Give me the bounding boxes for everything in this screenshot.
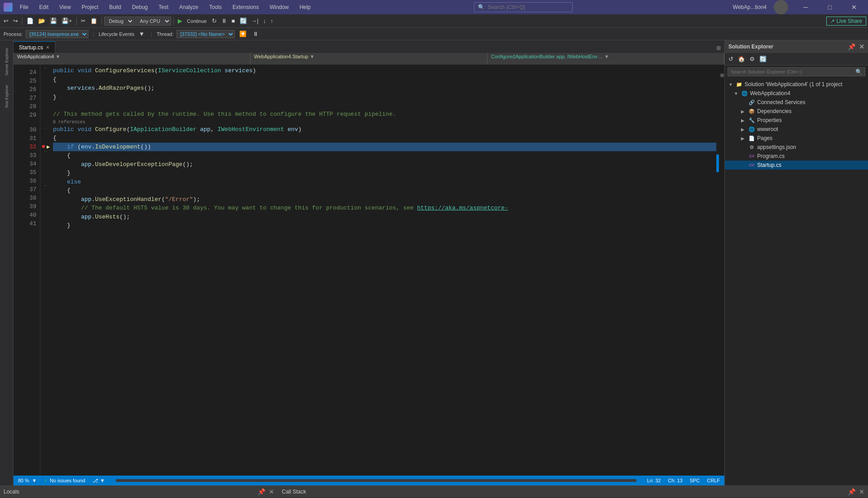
cs-close-button[interactable]: ✕ <box>859 488 864 495</box>
class-dropdown[interactable]: WebApplication4.Startup ▼ <box>250 53 487 65</box>
se-home-button[interactable]: 🏠 <box>736 55 747 63</box>
locals-panel: Locals 📌 ✕ 🔍 ▼ ← → Search Depth: 3 🔽 A N… <box>0 486 278 498</box>
se-properties[interactable]: ▶ 🔧 Properties <box>725 116 868 125</box>
git-status[interactable]: ⎇ ▼ <box>92 478 105 484</box>
title-bar: File Edit View Project Build Debug Test … <box>0 0 868 14</box>
new-file-button[interactable]: 📄 <box>25 17 35 25</box>
menu-test[interactable]: Test <box>155 2 172 12</box>
search-input[interactable] <box>487 4 559 10</box>
menu-extensions[interactable]: Extensions <box>229 2 263 12</box>
namespace-dropdown[interactable]: WebApplication4 ▼ <box>13 53 250 65</box>
locals-close-button[interactable]: ✕ <box>269 488 274 495</box>
step-over-button[interactable]: →| <box>250 17 260 25</box>
menu-edit[interactable]: Edit <box>35 2 52 12</box>
debug-sep-1: | <box>93 31 94 37</box>
editor-vscrollbar[interactable] <box>720 65 724 476</box>
menu-window[interactable]: Window <box>266 2 293 12</box>
se-close-button[interactable]: ✕ <box>859 43 864 50</box>
save-all-button[interactable]: 💾+ <box>60 17 74 25</box>
global-search[interactable]: 🔍 <box>474 2 573 12</box>
cs-header-buttons: 📌 ✕ <box>848 488 864 495</box>
pages-icon: 📄 <box>748 135 755 142</box>
se-search-input[interactable] <box>731 69 855 74</box>
restart-button[interactable]: 🔄 <box>238 17 249 25</box>
collapse-30[interactable]: − <box>44 126 47 131</box>
se-startup[interactable]: C# Startup.cs <box>725 161 868 170</box>
pause-button[interactable]: ⏸ <box>219 17 229 25</box>
zoom-value: 80 % <box>18 478 29 483</box>
cut-button[interactable]: ✂ <box>79 17 88 25</box>
collapse-32[interactable]: − <box>44 149 47 154</box>
thread-dropdown[interactable]: [37332] <No Name> <box>176 30 235 38</box>
vscroll-thumb[interactable] <box>720 74 724 77</box>
scrollbar-indicator[interactable] <box>116 479 636 482</box>
se-props-button[interactable]: ⚙ <box>748 55 757 63</box>
method-dropdown[interactable]: Configure(IApplicationBuilder app, IWebH… <box>487 53 724 65</box>
menu-project[interactable]: Project <box>78 2 102 12</box>
editor-tab-startup[interactable]: Startup.cs ✕ <box>13 41 55 53</box>
se-program[interactable]: C# Program.cs <box>725 152 868 161</box>
user-avatar[interactable] <box>774 0 788 14</box>
line-numbers: 24 25 26 27 28 29 30 31 32 33 34 35 36 3… <box>13 65 40 476</box>
break-all-icon[interactable]: ⏸ <box>251 30 260 38</box>
code-collapse-button[interactable]: ⊞ <box>713 43 724 53</box>
se-sync-button[interactable]: ↺ <box>727 55 735 63</box>
menu-view[interactable]: View <box>56 2 75 12</box>
step-out-button[interactable]: ↑ <box>268 17 275 25</box>
undo-button[interactable]: ↩ <box>2 17 10 25</box>
se-connected-services[interactable]: 🔗 Connected Services <box>725 98 868 107</box>
collapse-24[interactable]: − <box>44 66 47 71</box>
platform-dropdown[interactable]: Any CPU <box>135 17 171 26</box>
cs-header: Call Stack 📌 ✕ <box>278 486 868 498</box>
maximize-button[interactable]: □ <box>820 0 840 14</box>
save-button[interactable]: 💾 <box>48 17 59 25</box>
debug-mode-dropdown[interactable]: Debug <box>104 17 134 26</box>
copy-button[interactable]: 📋 <box>88 17 99 25</box>
se-solution-node[interactable]: ▼ 📁 Solution 'WebApplication4' (1 of 1 p… <box>725 80 868 89</box>
locals-header: Locals 📌 ✕ <box>0 486 278 498</box>
collapse-36[interactable]: − <box>44 183 47 188</box>
cs-pin-button[interactable]: 📌 <box>848 488 855 495</box>
code-editor[interactable]: 24 25 26 27 28 29 30 31 32 33 34 35 36 3… <box>13 65 724 476</box>
tab-close-button[interactable]: ✕ <box>46 45 49 50</box>
open-button[interactable]: 📂 <box>36 17 47 25</box>
se-project-node[interactable]: ▼ 🌐 WebApplication4 <box>725 89 868 98</box>
step-into-button[interactable]: ↓ <box>261 17 268 25</box>
continue-label[interactable]: Continue <box>185 17 209 25</box>
se-pages[interactable]: ▶ 📄 Pages <box>725 134 868 143</box>
se-dependencies[interactable]: ▶ 📦 Dependencies <box>725 107 868 116</box>
stop-button[interactable]: ■ <box>230 17 237 25</box>
lifecycle-dropdown-icon[interactable]: ▼ <box>137 30 146 38</box>
menu-file[interactable]: File <box>16 2 32 12</box>
window-title: WebAp...tion4 <box>733 4 767 10</box>
process-dropdown[interactable]: [35124] iisexpress.exe <box>26 30 88 38</box>
locals-pin-button[interactable]: 📌 <box>258 488 265 495</box>
menu-analyze[interactable]: Analyze <box>175 2 202 12</box>
git-icon: ⎇ <box>92 478 98 484</box>
tab-label: Startup.cs <box>19 44 43 51</box>
filter-icon[interactable]: 🔽 <box>237 30 248 38</box>
se-wwwroot[interactable]: ▶ 🌐 wwwroot <box>725 125 868 134</box>
menu-tools[interactable]: Tools <box>206 2 225 12</box>
zoom-selector[interactable]: 80 % ▼ <box>18 478 37 483</box>
close-button[interactable]: ✕ <box>844 0 864 14</box>
sidebar-item-test-explorer[interactable]: Test Explorer <box>3 81 11 112</box>
current-line-arrow: ▶ <box>47 143 50 151</box>
continue-button[interactable]: ▶ <box>176 17 184 25</box>
editor-statusbar: 80 % ▼ ✓ No issues found ⎇ ▼ Ln: 32 Ch: … <box>13 476 724 485</box>
minimize-button[interactable]: ─ <box>795 0 816 14</box>
se-pin-button[interactable]: 📌 <box>848 43 855 50</box>
www-icon: 🌐 <box>748 126 755 133</box>
live-share-button[interactable]: ↗ Live Share <box>826 17 866 26</box>
se-appsettings[interactable]: ⚙ appsettings.json <box>725 143 868 152</box>
menu-help[interactable]: Help <box>296 2 314 12</box>
menu-debug[interactable]: Debug <box>128 2 151 12</box>
se-search-icon[interactable]: 🔍 <box>855 69 862 75</box>
redo-button[interactable]: ↪ <box>11 17 20 25</box>
code-content[interactable]: public void ConfigureServices(IServiceCo… <box>49 65 720 476</box>
menu-build[interactable]: Build <box>105 2 125 12</box>
sidebar-item-server-explorer[interactable]: Server Explorer <box>3 44 11 79</box>
code-line-26: services.AddRazorPages(); <box>53 84 716 93</box>
refresh-button[interactable]: ↻ <box>210 17 219 25</box>
se-refresh-button[interactable]: 🔄 <box>758 55 768 63</box>
